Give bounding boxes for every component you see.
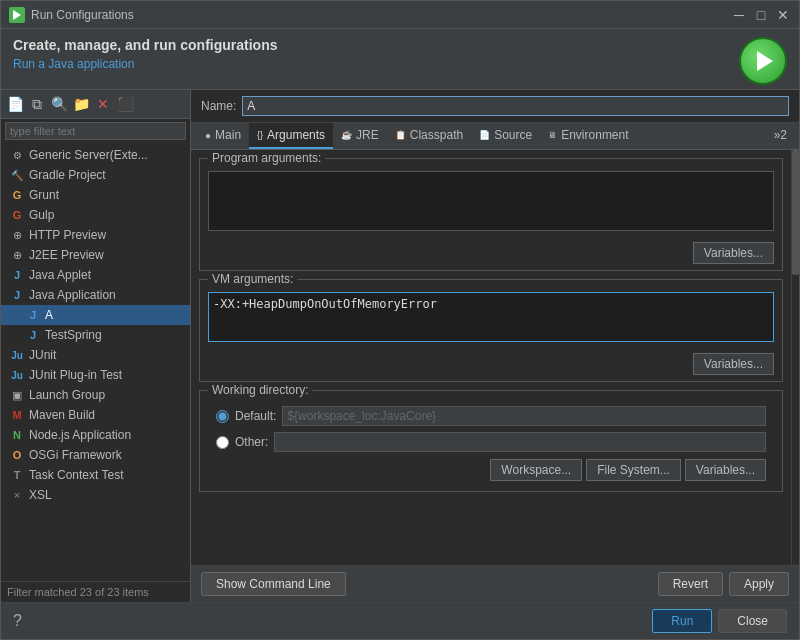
tree-item-nodejs[interactable]: N Node.js Application — [1, 425, 190, 445]
tree-item-java-applet[interactable]: J Java Applet — [1, 265, 190, 285]
tree-item-testspring[interactable]: J TestSpring — [1, 325, 190, 345]
tree-item-label: JUnit — [29, 348, 56, 362]
run-quick-button[interactable] — [739, 37, 787, 85]
source-tab-icon: 📄 — [479, 130, 490, 140]
filesystem-button[interactable]: File System... — [586, 459, 681, 481]
maven-icon: M — [9, 407, 25, 423]
tree-item-osgi[interactable]: O OSGi Framework — [1, 445, 190, 465]
tree-item-j2ee-preview[interactable]: ⊕ J2EE Preview — [1, 245, 190, 265]
tree-item-label: OSGi Framework — [29, 448, 122, 462]
main-panel: Name: ● Main {} Arguments ☕ JRE 📋 — [191, 90, 799, 602]
export-button[interactable]: 📁 — [71, 94, 91, 114]
tree-item-label: XSL — [29, 488, 52, 502]
other-radio[interactable] — [216, 436, 229, 449]
tab-classpath-label: Classpath — [410, 128, 463, 142]
tab-arguments[interactable]: {} Arguments — [249, 123, 333, 149]
filter-input[interactable] — [5, 122, 186, 140]
working-directory-body: Default: Other: Workspace... File System… — [208, 403, 774, 485]
program-arguments-section: Program arguments: Variables... — [199, 158, 783, 271]
http-preview-icon: ⊕ — [9, 227, 25, 243]
collapse-all-button[interactable]: ⬛ — [115, 94, 135, 114]
program-arguments-variables-button[interactable]: Variables... — [693, 242, 774, 264]
filter-button[interactable]: 🔍 — [49, 94, 69, 114]
tree-item-grunt[interactable]: G Grunt — [1, 185, 190, 205]
default-radio-row: Default: — [208, 403, 774, 429]
close-button[interactable]: ✕ — [775, 7, 791, 23]
tree-item-java-app-a[interactable]: J A — [1, 305, 190, 325]
grunt-icon: G — [9, 187, 25, 203]
tab-classpath[interactable]: 📋 Classpath — [387, 123, 471, 149]
tree-item-http-preview[interactable]: ⊕ HTTP Preview — [1, 225, 190, 245]
tree-item-label: Node.js Application — [29, 428, 131, 442]
default-radio-label: Default: — [235, 409, 276, 423]
tree-item-junit[interactable]: Ju JUnit — [1, 345, 190, 365]
other-radio-row: Other: — [208, 429, 774, 455]
tree-item-xsl[interactable]: × XSL — [1, 485, 190, 505]
workspace-button[interactable]: Workspace... — [490, 459, 582, 481]
sidebar-toolbar: 📄 ⧉ 🔍 📁 ✕ ⬛ — [1, 90, 190, 119]
tree-item-label: A — [45, 308, 53, 322]
show-command-line-button[interactable]: Show Command Line — [201, 572, 346, 596]
generic-server-icon: ⚙ — [9, 147, 25, 163]
java-app-a-icon: J — [25, 307, 41, 323]
maximize-button[interactable]: □ — [753, 7, 769, 23]
tree-area[interactable]: ⚙ Generic Server(Exte... 🔨 Gradle Projec… — [1, 143, 190, 581]
help-icon[interactable]: ? — [13, 612, 22, 630]
delete-config-button[interactable]: ✕ — [93, 94, 113, 114]
tree-item-task-context[interactable]: T Task Context Test — [1, 465, 190, 485]
tab-main[interactable]: ● Main — [197, 123, 249, 149]
nodejs-icon: N — [9, 427, 25, 443]
tree-item-label: Maven Build — [29, 408, 95, 422]
new-config-button[interactable]: 📄 — [5, 94, 25, 114]
tree-item-generic-server[interactable]: ⚙ Generic Server(Exte... — [1, 145, 190, 165]
tab-environment[interactable]: 🖥 Environment — [540, 123, 636, 149]
jre-tab-icon: ☕ — [341, 130, 352, 140]
default-radio[interactable] — [216, 410, 229, 423]
classpath-tab-icon: 📋 — [395, 130, 406, 140]
env-tab-icon: 🖥 — [548, 130, 557, 140]
vm-arguments-section: VM arguments: -XX:+HeapDumpOnOutOfMemory… — [199, 279, 783, 382]
program-arguments-input[interactable] — [208, 171, 774, 231]
tree-item-label: JUnit Plug-in Test — [29, 368, 122, 382]
tree-item-gulp[interactable]: G Gulp — [1, 205, 190, 225]
close-button-footer[interactable]: Close — [718, 609, 787, 633]
vm-arguments-body: -XX:+HeapDumpOnOutOfMemoryError Variable… — [208, 292, 774, 375]
tab-more[interactable]: »2 — [768, 124, 793, 148]
name-input[interactable] — [242, 96, 789, 116]
name-label: Name: — [201, 99, 236, 113]
vm-arguments-input[interactable]: -XX:+HeapDumpOnOutOfMemoryError — [208, 292, 774, 342]
testspring-icon: J — [25, 327, 41, 343]
tab-main-label: Main — [215, 128, 241, 142]
tree-item-label: Grunt — [29, 188, 59, 202]
run-triangle-icon — [757, 51, 773, 71]
main-tab-icon: ● — [205, 130, 211, 141]
workdir-variables-button[interactable]: Variables... — [685, 459, 766, 481]
main-scroll-area: Program arguments: Variables... VM argum… — [191, 150, 799, 565]
gradle-icon: 🔨 — [9, 167, 25, 183]
vm-arguments-label: VM arguments: — [208, 272, 297, 286]
junit-plugin-icon: Ju — [9, 367, 25, 383]
tab-jre[interactable]: ☕ JRE — [333, 123, 387, 149]
other-dir-input[interactable] — [274, 432, 766, 452]
run-button[interactable]: Run — [652, 609, 712, 633]
header-link[interactable]: Run a Java application — [13, 57, 134, 71]
apply-button[interactable]: Apply — [729, 572, 789, 596]
tab-jre-label: JRE — [356, 128, 379, 142]
name-row: Name: — [191, 90, 799, 123]
tab-source[interactable]: 📄 Source — [471, 123, 540, 149]
content-area: 📄 ⧉ 🔍 📁 ✕ ⬛ ⚙ Generic Server(Exte... 🔨 — [1, 90, 799, 602]
tree-item-launch-group[interactable]: ▣ Launch Group — [1, 385, 190, 405]
tree-item-maven-build[interactable]: M Maven Build — [1, 405, 190, 425]
tree-item-java-application[interactable]: J Java Application — [1, 285, 190, 305]
minimize-button[interactable]: ─ — [731, 7, 747, 23]
default-dir-input — [282, 406, 766, 426]
program-arguments-label: Program arguments: — [208, 151, 325, 165]
window-title: Run Configurations — [31, 8, 731, 22]
main-scrollbar[interactable] — [791, 150, 799, 565]
tree-item-gradle[interactable]: 🔨 Gradle Project — [1, 165, 190, 185]
tree-item-label: Gradle Project — [29, 168, 106, 182]
vm-arguments-variables-button[interactable]: Variables... — [693, 353, 774, 375]
duplicate-config-button[interactable]: ⧉ — [27, 94, 47, 114]
tree-item-junit-plugin[interactable]: Ju JUnit Plug-in Test — [1, 365, 190, 385]
revert-button[interactable]: Revert — [658, 572, 723, 596]
